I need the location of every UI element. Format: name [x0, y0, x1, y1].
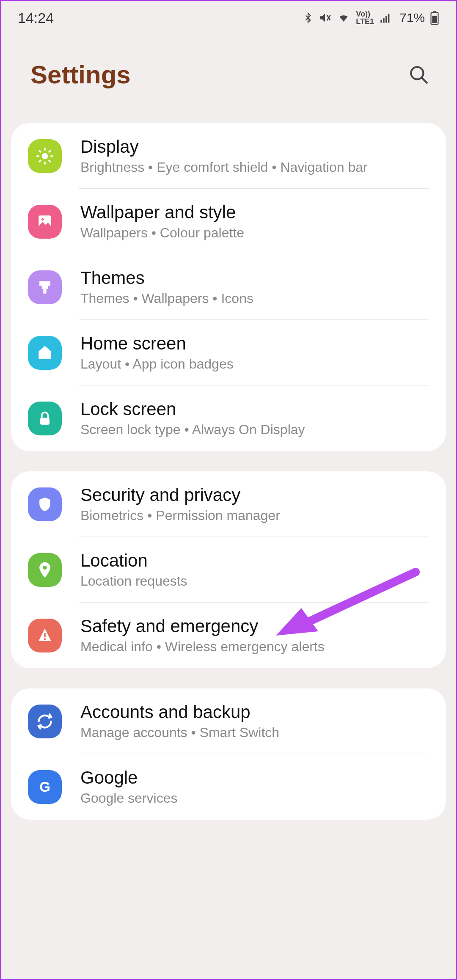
row-subtitle: Biometrics • Permission manager	[80, 508, 280, 523]
row-title: Safety and emergency	[80, 616, 325, 636]
row-title: Google	[80, 768, 177, 788]
svg-rect-20	[40, 418, 50, 425]
svg-rect-23	[44, 638, 46, 640]
settings-row-google[interactable]: G Google Google services	[11, 754, 446, 820]
lock-icon	[28, 402, 62, 435]
status-time: 14:24	[18, 10, 54, 26]
row-subtitle: Location requests	[80, 573, 187, 589]
row-subtitle: Medical info • Wireless emergency alerts	[80, 639, 325, 655]
mute-icon	[319, 11, 331, 24]
google-icon: G	[28, 770, 62, 804]
row-title: Location	[80, 551, 187, 571]
svg-point-9	[42, 153, 48, 159]
location-icon	[28, 553, 62, 587]
search-button[interactable]	[407, 63, 431, 87]
page-title: Settings	[30, 60, 131, 89]
svg-rect-6	[432, 16, 437, 23]
settings-row-themes[interactable]: Themes Themes • Wallpapers • Icons	[11, 254, 446, 320]
row-subtitle: Layout • App icon badges	[80, 356, 234, 372]
svg-rect-1	[383, 18, 385, 23]
row-title: Wallpaper and style	[80, 202, 244, 223]
home-icon	[28, 336, 62, 370]
settings-row-display[interactable]: Display Brightness • Eye comfort shield …	[11, 123, 446, 189]
settings-row-wallpaper[interactable]: Wallpaper and style Wallpapers • Colour …	[11, 189, 446, 254]
row-subtitle: Manage accounts • Smart Switch	[80, 725, 279, 741]
svg-point-19	[41, 218, 44, 220]
settings-row-lock-screen[interactable]: Lock screen Screen lock type • Always On…	[11, 385, 446, 451]
settings-row-security-privacy[interactable]: Security and privacy Biometrics • Permis…	[11, 471, 446, 537]
settings-row-safety-emergency[interactable]: Safety and emergency Medical info • Wire…	[11, 603, 446, 668]
search-icon	[408, 64, 429, 85]
svg-rect-3	[388, 14, 390, 23]
signal-icon	[379, 12, 392, 24]
bluetooth-icon	[303, 11, 314, 24]
row-title: Themes	[80, 268, 253, 288]
row-subtitle: Themes • Wallpapers • Icons	[80, 291, 253, 306]
status-right: Vo))LTE1 71%	[303, 10, 439, 25]
settings-group-2: Security and privacy Biometrics • Permis…	[11, 471, 446, 668]
brightness-icon	[28, 139, 62, 173]
battery-icon	[430, 11, 439, 25]
svg-text:G: G	[39, 779, 50, 795]
svg-line-16	[39, 160, 41, 162]
header: Settings	[1, 35, 456, 123]
row-subtitle: Screen lock type • Always On Display	[80, 422, 305, 438]
svg-line-15	[49, 160, 50, 162]
svg-rect-5	[433, 11, 437, 13]
svg-rect-22	[44, 633, 46, 637]
svg-line-8	[421, 77, 427, 83]
row-title: Accounts and backup	[80, 702, 279, 722]
svg-rect-2	[385, 16, 387, 22]
status-bar: 14:24 Vo))LTE1 71%	[1, 1, 456, 35]
svg-rect-0	[380, 20, 382, 23]
wallpaper-icon	[28, 205, 62, 239]
settings-row-location[interactable]: Location Location requests	[11, 537, 446, 603]
sync-icon	[28, 705, 62, 738]
row-title: Lock screen	[80, 399, 305, 419]
svg-point-21	[43, 565, 47, 569]
row-title: Display	[80, 137, 368, 157]
wifi-icon	[336, 12, 351, 24]
themes-icon	[28, 270, 62, 304]
row-subtitle: Google services	[80, 790, 177, 806]
settings-row-home-screen[interactable]: Home screen Layout • App icon badges	[11, 320, 446, 385]
settings-row-accounts-backup[interactable]: Accounts and backup Manage accounts • Sm…	[11, 688, 446, 754]
safety-icon	[28, 619, 62, 652]
volte-icon: Vo))LTE1	[356, 10, 374, 25]
row-title: Security and privacy	[80, 485, 280, 505]
svg-line-17	[49, 151, 50, 152]
settings-group-1: Display Brightness • Eye comfort shield …	[11, 123, 446, 451]
row-subtitle: Brightness • Eye comfort shield • Naviga…	[80, 160, 368, 175]
shield-icon	[28, 487, 62, 521]
settings-group-3: Accounts and backup Manage accounts • Sm…	[11, 688, 446, 820]
battery-percentage: 71%	[399, 11, 425, 25]
row-title: Home screen	[80, 333, 234, 354]
row-subtitle: Wallpapers • Colour palette	[80, 225, 244, 241]
svg-line-14	[39, 151, 41, 152]
